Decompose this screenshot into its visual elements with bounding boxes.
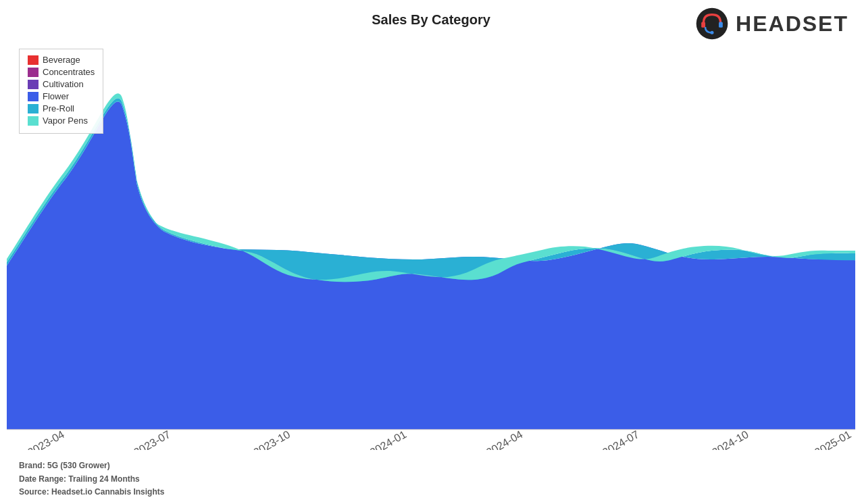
legend-item-cultivation: Cultivation xyxy=(28,79,95,89)
legend-color-vapor xyxy=(28,116,39,126)
svg-rect-1 xyxy=(701,22,705,28)
svg-point-0 xyxy=(696,8,728,40)
x-label-8: 2025-01 xyxy=(812,428,853,450)
x-label-5: 2024-04 xyxy=(484,428,524,450)
x-label-2: 2023-07 xyxy=(132,428,172,450)
legend-item-vapor: Vapor Pens xyxy=(28,116,95,126)
legend-label-beverage: Beverage xyxy=(43,55,80,65)
legend-item-beverage: Beverage xyxy=(28,55,95,65)
legend-item-concentrates: Concentrates xyxy=(28,67,95,77)
legend-item-flower: Flower xyxy=(28,91,95,101)
legend-color-beverage xyxy=(28,55,39,65)
legend-label-flower: Flower xyxy=(43,91,69,101)
legend-color-cultivation xyxy=(28,80,39,89)
footer-source-value: Headset.io Cannabis Insights xyxy=(51,487,164,497)
footer-brand-label: Brand: xyxy=(19,461,45,470)
legend-label-vapor: Vapor Pens xyxy=(43,116,88,126)
svg-rect-2 xyxy=(719,22,723,28)
footer-date: Date Range: Trailing 24 Months xyxy=(19,473,164,486)
headset-logo-icon xyxy=(695,7,729,41)
legend-item-preroll: Pre-Roll xyxy=(28,103,95,114)
legend-label-cultivation: Cultivation xyxy=(43,79,84,89)
chart-svg: 2023-04 2023-07 2023-10 2024-01 2024-04 … xyxy=(7,41,855,450)
legend-label-concentrates: Concentrates xyxy=(43,67,95,77)
chart-legend: Beverage Concentrates Cultivation Flower… xyxy=(19,49,103,134)
svg-point-3 xyxy=(711,31,714,34)
footer-info: Brand: 5G (530 Grower) Date Range: Trail… xyxy=(19,459,164,499)
legend-color-concentrates xyxy=(28,68,39,77)
legend-label-preroll: Pre-Roll xyxy=(43,103,74,114)
legend-color-preroll xyxy=(28,104,39,114)
x-label-4: 2024-01 xyxy=(367,428,408,450)
logo-text: HEADSET xyxy=(736,11,848,36)
footer-brand: Brand: 5G (530 Grower) xyxy=(19,459,164,472)
header-logo: HEADSET xyxy=(695,7,848,41)
x-label-7: 2024-10 xyxy=(709,428,750,450)
footer-date-value: Trailing 24 Months xyxy=(68,474,139,484)
x-label-6: 2024-07 xyxy=(600,428,640,450)
legend-color-flower xyxy=(28,92,39,101)
footer-source-label: Source: xyxy=(19,487,49,497)
footer-source: Source: Headset.io Cannabis Insights xyxy=(19,486,164,499)
footer-date-label: Date Range: xyxy=(19,474,66,484)
main-container: HEADSET Sales By Category Beverage Conce… xyxy=(0,0,862,504)
chart-area: 2023-04 2023-07 2023-10 2024-01 2024-04 … xyxy=(7,41,855,450)
footer-brand-value: 5G (530 Grower) xyxy=(47,461,110,470)
x-label-1: 2023-04 xyxy=(26,428,66,450)
x-label-3: 2023-10 xyxy=(251,428,292,450)
